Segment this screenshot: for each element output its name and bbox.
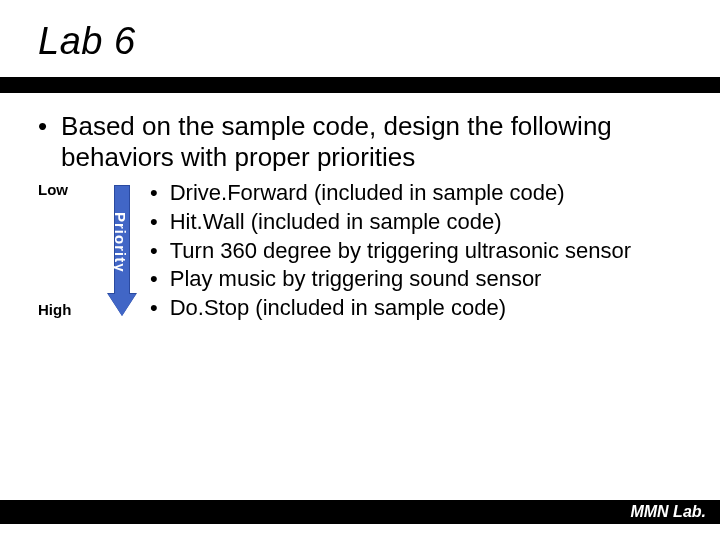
slide-title: Lab 6 (38, 20, 682, 63)
main-bullet: • Based on the sample code, design the f… (38, 111, 682, 173)
title-area: Lab 6 (0, 0, 720, 71)
list-item: • Play music by triggering sound sensor (150, 265, 682, 294)
footer-label: MMN Lab. (630, 503, 706, 521)
content-area: • Based on the sample code, design the f… (0, 93, 720, 322)
priority-high-label: High (38, 301, 71, 318)
behavior-text: Do.Stop (included in sample code) (170, 294, 506, 323)
body-row: Low High Priority • Drive.Forward (inclu… (38, 179, 682, 322)
bullet-dot: • (150, 265, 158, 294)
behavior-text: Play music by triggering sound sensor (170, 265, 542, 294)
slide: Lab 6 • Based on the sample code, design… (0, 0, 720, 540)
list-item: • Do.Stop (included in sample code) (150, 294, 682, 323)
behavior-text: Drive.Forward (included in sample code) (170, 179, 565, 208)
footer-bar: MMN Lab. (0, 500, 720, 524)
priority-arrow-label: Priority (112, 197, 128, 287)
bullet-dot: • (150, 208, 158, 237)
main-bullet-text: Based on the sample code, design the fol… (61, 111, 682, 173)
bullet-dot: • (150, 179, 158, 208)
behavior-list: • Drive.Forward (included in sample code… (146, 179, 682, 322)
list-item: • Turn 360 degree by triggering ultrason… (150, 237, 682, 266)
title-underline (0, 77, 720, 93)
priority-low-label: Low (38, 181, 68, 198)
bullet-dot: • (150, 294, 158, 323)
list-item: • Hit.Wall (included in sample code) (150, 208, 682, 237)
behavior-text: Turn 360 degree by triggering ultrasonic… (170, 237, 631, 266)
list-item: • Drive.Forward (included in sample code… (150, 179, 682, 208)
arrow-down-icon (108, 294, 136, 316)
bullet-dot: • (150, 237, 158, 266)
bullet-dot: • (38, 111, 47, 142)
priority-column: Low High Priority (38, 179, 146, 322)
behavior-text: Hit.Wall (included in sample code) (170, 208, 502, 237)
